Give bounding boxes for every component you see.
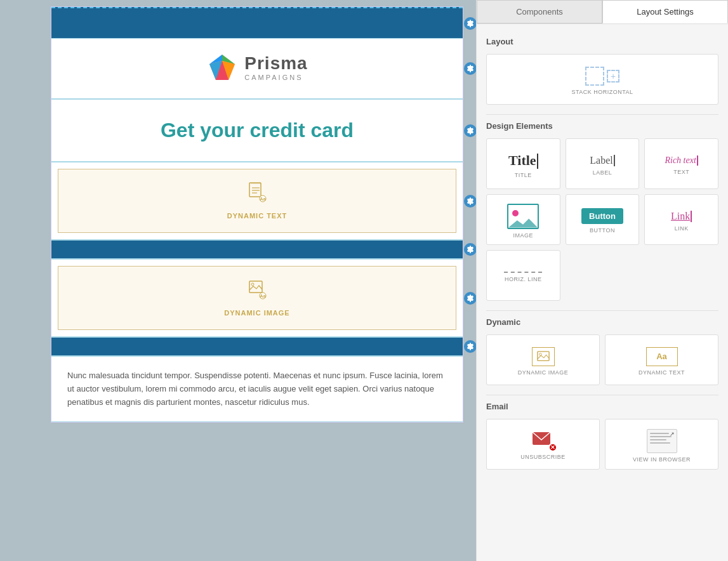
text-preview: Rich text xyxy=(665,155,698,166)
svg-rect-10 xyxy=(251,183,261,184)
spacer1-gear-button[interactable] xyxy=(464,243,476,256)
body-text-section: Nunc malesuada tincidunt tempor. Suspend… xyxy=(51,356,463,422)
vib-line-4 xyxy=(650,442,670,444)
link-preview: Link xyxy=(671,211,692,222)
logo-section: Prisma CAMPAIGNS xyxy=(51,39,463,99)
svg-marker-24 xyxy=(508,219,538,228)
svg-text:Aa: Aa xyxy=(260,197,266,201)
title-gear-button[interactable] xyxy=(464,124,476,137)
layout-grid: + STACK HORIZONTAL xyxy=(486,54,718,105)
header-gear-button[interactable] xyxy=(464,17,476,30)
dyn-text-preview: Aa xyxy=(646,347,678,366)
dynamic-grid: DYNAMIC IMAGE Aa DYNAMIC TEXT xyxy=(486,334,718,385)
label-preview: Label xyxy=(590,155,614,166)
image-preview xyxy=(507,204,539,229)
vib-line-3 xyxy=(650,439,667,440)
svg-point-19 xyxy=(251,283,254,286)
dynamic-text-label: DYNAMIC TEXT xyxy=(227,212,288,220)
title-section: Get your credit card xyxy=(51,99,463,162)
unsubscribe-preview: ✕ xyxy=(532,432,555,451)
email-grid: ✕ UNSUBSCRIBE ↗ VIEW IN BROWSER xyxy=(486,419,718,470)
tab-layout-settings[interactable]: Layout Settings xyxy=(602,0,728,23)
dyn-image-preview xyxy=(532,347,555,366)
spacer2-gear-button[interactable] xyxy=(464,340,476,353)
dynamic-image-icon: Aa xyxy=(248,279,267,304)
vib-line-1 xyxy=(650,433,669,434)
logo-text: Prisma CAMPAIGNS xyxy=(244,53,307,81)
dynamic-text-gear-button[interactable] xyxy=(464,195,476,208)
divider-2 xyxy=(486,310,718,311)
image-dot xyxy=(512,210,519,216)
logo-gear-button[interactable] xyxy=(464,62,476,75)
label-cursor xyxy=(614,155,615,166)
dynamic-text-card-label: DYNAMIC TEXT xyxy=(639,369,685,376)
view-in-browser-card[interactable]: ↗ VIEW IN BROWSER xyxy=(605,419,718,470)
text-card[interactable]: Rich text TEXT xyxy=(644,138,718,189)
spacer-section-2 xyxy=(51,337,463,356)
stack-horizontal-label: STACK HORIZONTAL xyxy=(571,89,633,95)
stack-horizontal-preview: + xyxy=(585,67,619,86)
logo-brand: Prisma xyxy=(244,53,307,74)
view-in-browser-card-label: VIEW IN BROWSER xyxy=(633,456,691,463)
divider-1 xyxy=(486,114,718,115)
unsubscribe-x-icon: ✕ xyxy=(548,443,557,452)
logo-gem-icon xyxy=(206,51,238,83)
dynamic-image-section: Aa DYNAMIC IMAGE xyxy=(51,259,463,337)
dynamic-section-title: Dynamic xyxy=(486,317,718,327)
design-elements-grid: Title TITLE Label LABEL Rich text TEXT xyxy=(486,138,718,301)
button-preview: Button xyxy=(581,208,623,224)
header-section xyxy=(51,7,463,39)
image-card-label: IMAGE xyxy=(513,232,534,239)
design-elements-title: Design Elements xyxy=(486,121,718,131)
dynamic-image-card[interactable]: DYNAMIC IMAGE xyxy=(486,334,600,385)
dynamic-image-card-label: DYNAMIC IMAGE xyxy=(518,369,569,376)
email-canvas: Prisma CAMPAIGNS Get your credit card xyxy=(51,6,463,423)
svg-rect-9 xyxy=(249,183,261,197)
text-card-label: TEXT xyxy=(673,169,689,175)
spacer-section-1 xyxy=(51,240,463,259)
logo-container: Prisma CAMPAIGNS xyxy=(206,51,307,83)
email-section-title: Email xyxy=(486,402,718,411)
title-card[interactable]: Title TITLE xyxy=(486,138,560,189)
panel-tabs: Components Layout Settings xyxy=(477,0,728,24)
headline-text: Get your credit card xyxy=(64,119,450,142)
horiz-line-preview xyxy=(504,272,542,273)
vib-ext-icon: ↗ xyxy=(670,431,675,437)
label-card[interactable]: Label LABEL xyxy=(566,138,640,189)
svg-point-26 xyxy=(539,353,541,355)
image-card[interactable]: IMAGE xyxy=(486,194,560,245)
dynamic-text-section: Aa DYNAMIC TEXT xyxy=(51,162,463,240)
dynamic-image-label: DYNAMIC IMAGE xyxy=(224,309,289,317)
horiz-line-card[interactable]: HORIZ. LINE xyxy=(486,250,560,301)
dynamic-image-gear-button[interactable] xyxy=(464,292,476,305)
tab-components[interactable]: Components xyxy=(477,0,602,23)
logo-sub: CAMPAIGNS xyxy=(244,74,307,81)
right-panel: Components Layout Settings Layout + STAC… xyxy=(476,0,728,561)
horiz-line-card-label: HORIZ. LINE xyxy=(505,276,542,282)
stack-box-1 xyxy=(585,67,604,86)
title-card-label: TITLE xyxy=(515,172,532,178)
button-card[interactable]: Button BUTTON xyxy=(566,194,640,245)
unsubscribe-card[interactable]: ✕ UNSUBSCRIBE xyxy=(486,419,600,470)
link-card[interactable]: Link LINK xyxy=(644,194,718,245)
dyn-image-icon xyxy=(537,350,550,363)
dynamic-text-card[interactable]: Aa DYNAMIC TEXT xyxy=(605,334,718,385)
stack-horizontal-card[interactable]: + STACK HORIZONTAL xyxy=(486,54,718,105)
panel-content: Layout + STACK HORIZONTAL Design Element… xyxy=(477,24,728,561)
label-card-label: LABEL xyxy=(593,169,612,176)
title-cursor xyxy=(537,154,538,169)
divider-3 xyxy=(486,395,718,395)
text-cursor xyxy=(697,155,698,166)
dynamic-image-box: Aa DYNAMIC IMAGE xyxy=(58,266,456,330)
stack-add-icon: + xyxy=(607,70,619,82)
dynamic-text-box: Aa DYNAMIC TEXT xyxy=(58,169,456,233)
link-card-label: LINK xyxy=(675,225,689,232)
title-preview: Title xyxy=(508,152,538,169)
body-text: Nunc malesuada tincidunt tempor. Suspend… xyxy=(67,369,447,409)
button-card-label: BUTTON xyxy=(590,227,615,234)
link-cursor xyxy=(691,211,692,222)
vib-line-2 xyxy=(650,436,672,437)
image-mountain-icon xyxy=(508,216,538,227)
email-canvas-area: Prisma CAMPAIGNS Get your credit card xyxy=(0,0,476,561)
dynamic-text-icon: Aa xyxy=(248,182,267,207)
